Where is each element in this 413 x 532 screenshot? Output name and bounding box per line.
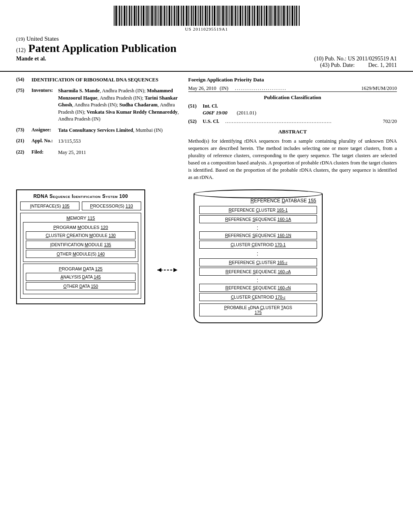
- interface-cell: INTERFACE(S) 105: [20, 202, 79, 210]
- other-data-item: OTHER DATA 150: [26, 282, 136, 290]
- svg-rect-77: [247, 6, 248, 26]
- title-field: (54) IDENTIFICATION OF RIBOSOMAL DNA SEQ…: [16, 77, 180, 84]
- foreign-date: May 26, 2010: [188, 85, 217, 91]
- svg-rect-1: [115, 6, 117, 26]
- int-cl-label: Int. Cl.: [203, 103, 223, 109]
- pub-date-num: (43): [320, 62, 330, 68]
- ref-seq-za-item: REFERENCE SEQUENCE 160-zA: [199, 268, 317, 276]
- us-cl-num: (52): [188, 118, 200, 125]
- appl-value: 13/115,553: [58, 138, 81, 145]
- svg-marker-110: [157, 268, 161, 272]
- svg-rect-20: [148, 6, 149, 26]
- svg-rect-22: [151, 6, 153, 26]
- svg-rect-59: [216, 6, 217, 26]
- svg-rect-14: [138, 6, 139, 26]
- svg-rect-91: [271, 6, 272, 26]
- svg-rect-19: [146, 6, 148, 26]
- svg-rect-99: [286, 6, 286, 26]
- pub-date-line: (43) Pub. Date: Dec. 1, 2011: [314, 62, 397, 69]
- pub-date-label: Pub. Date:: [331, 62, 355, 68]
- prog-data-title: PROGRAM DATA 125: [26, 266, 136, 271]
- svg-rect-75: [244, 6, 244, 26]
- database-diagram: REFERENCE DATABASE 155 REFERENCE CLUSTER…: [190, 189, 327, 323]
- processor-cell: PROCESSOR(S) 110: [82, 202, 141, 210]
- diagram-area: RDNA Sequence Identification System 100 …: [0, 181, 413, 331]
- svg-rect-64: [225, 6, 225, 26]
- pub-class-title: Publication Classification: [188, 91, 397, 101]
- abstract-title: ABSTRACT: [188, 129, 397, 135]
- svg-rect-2: [118, 6, 118, 26]
- left-column: (54) IDENTIFICATION OF RIBOSOMAL DNA SEQ…: [16, 77, 180, 181]
- svg-rect-62: [221, 6, 221, 26]
- svg-rect-57: [212, 6, 213, 26]
- int-cl-num: (51): [188, 103, 200, 109]
- identification-item: IDENTIFICATION MODULE 135: [26, 241, 136, 249]
- abstract-text: Method(s) for identifying rDNA sequences…: [188, 137, 397, 181]
- prog-modules-title: PROGRAM MODULES 120: [26, 225, 136, 230]
- assignee-label: Assignee:: [31, 127, 56, 134]
- type-num: (12): [16, 47, 25, 53]
- assignee-num: (73): [16, 127, 29, 134]
- svg-rect-7: [126, 6, 127, 26]
- svg-rect-73: [240, 6, 241, 26]
- appl-content: Appl. No.: 13/115,553: [31, 138, 81, 145]
- svg-rect-17: [143, 6, 144, 26]
- inventors-num: (75): [16, 87, 29, 123]
- svg-rect-43: [188, 6, 189, 26]
- prog-modules-box: PROGRAM MODULES 120 CLUSTER CREATION MOD…: [23, 222, 138, 262]
- patent-type: (12) Patent Application Publication: [16, 42, 397, 55]
- svg-rect-30: [166, 6, 167, 26]
- pub-no-value: US 2011/0295519 A1: [348, 56, 397, 62]
- svg-rect-49: [198, 6, 199, 26]
- header-info-row: Mande et al. (10) Pub. No.: US 2011/0295…: [0, 56, 413, 72]
- svg-rect-28: [163, 6, 163, 26]
- ref-seq-zn-item: REFERENCE SEQUENCE 160-zN: [199, 284, 317, 292]
- foreign-num: 1629/MUM/2010: [361, 85, 397, 91]
- svg-rect-107: [299, 6, 300, 26]
- svg-rect-33: [171, 6, 172, 26]
- svg-rect-94: [277, 6, 277, 26]
- db-title: REFERENCE DATABASE 155: [199, 198, 317, 204]
- dots-2: :: [199, 277, 317, 283]
- svg-rect-54: [207, 6, 208, 26]
- svg-rect-86: [263, 6, 263, 26]
- svg-rect-26: [159, 6, 159, 26]
- svg-rect-93: [274, 6, 276, 26]
- svg-rect-5: [123, 6, 123, 26]
- svg-rect-80: [252, 6, 253, 26]
- type-label: Patent Application Publication: [28, 42, 176, 54]
- svg-rect-4: [121, 6, 122, 26]
- svg-rect-85: [261, 6, 262, 26]
- svg-rect-87: [264, 6, 265, 26]
- svg-rect-74: [242, 6, 243, 26]
- svg-rect-10: [131, 6, 132, 26]
- svg-rect-104: [294, 6, 295, 26]
- svg-rect-69: [234, 6, 234, 26]
- svg-rect-103: [292, 6, 293, 26]
- svg-rect-35: [174, 6, 175, 26]
- svg-rect-37: [177, 6, 179, 26]
- inventors-field: (75) Inventors: Sharmila S. Mande, Andhr…: [16, 87, 180, 123]
- svg-rect-102: [290, 6, 291, 26]
- pub-no-label: Pub. No.:: [325, 56, 346, 62]
- svg-rect-98: [283, 6, 285, 26]
- system-title: RDNA Sequence Identification System 100: [20, 193, 141, 199]
- inventors-label: Inventors:: [31, 87, 56, 123]
- svg-rect-27: [160, 6, 162, 26]
- svg-rect-48: [197, 6, 198, 26]
- svg-rect-81: [254, 6, 255, 26]
- svg-rect-25: [157, 6, 158, 26]
- svg-rect-47: [195, 6, 196, 26]
- cluster-centroid-z-item: CLUSTER CENTROID 170-z: [199, 293, 317, 301]
- svg-rect-39: [181, 6, 182, 26]
- assignee-name: Tata Consultancy Services Limited: [58, 127, 133, 133]
- svg-rect-100: [287, 6, 288, 26]
- barcode-pub-number: US 20110295519A1: [0, 27, 413, 31]
- filed-num: (22): [16, 149, 29, 156]
- svg-rect-29: [164, 6, 165, 26]
- processor-label: PROCESSOR(S) 110: [90, 204, 133, 208]
- svg-rect-70: [235, 6, 236, 26]
- int-cl-year: (2011.01): [237, 110, 257, 116]
- svg-rect-13: [136, 6, 137, 26]
- analysis-data-item: ANALYSIS DATA 145: [26, 273, 136, 281]
